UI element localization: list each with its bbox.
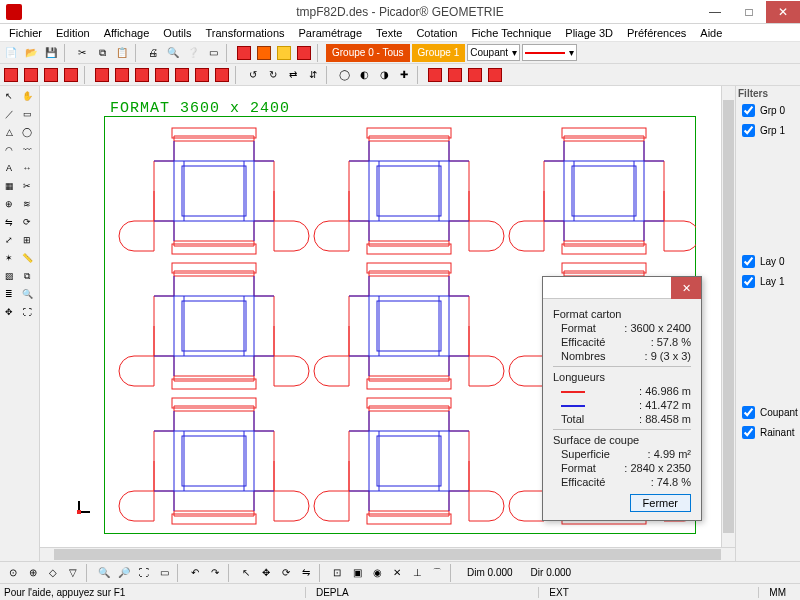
curve-icon[interactable]: 〰 bbox=[19, 142, 35, 158]
tool-icon[interactable] bbox=[133, 66, 151, 84]
per-icon[interactable]: ⊥ bbox=[408, 564, 426, 582]
select-icon[interactable]: ↖ bbox=[1, 88, 17, 104]
hatch-icon[interactable]: ▨ bbox=[1, 268, 17, 284]
fill-icon[interactable]: ▦ bbox=[1, 178, 17, 194]
menu-parametrage[interactable]: Paramétrage bbox=[292, 26, 370, 40]
tool-icon[interactable] bbox=[62, 66, 80, 84]
tb-preview-icon[interactable]: 🔍 bbox=[164, 44, 182, 62]
tb-help-icon[interactable]: ❔ bbox=[184, 44, 202, 62]
tan-icon[interactable]: ⌒ bbox=[428, 564, 446, 582]
menu-edition[interactable]: Edition bbox=[49, 26, 97, 40]
tb-grid-a-icon[interactable] bbox=[235, 44, 253, 62]
tool-icon[interactable] bbox=[93, 66, 111, 84]
rotate-icon[interactable]: ⟳ bbox=[19, 214, 35, 230]
rect-icon[interactable]: ▭ bbox=[19, 106, 35, 122]
snap-icon[interactable]: ▽ bbox=[64, 564, 82, 582]
rot-icon[interactable]: ⟳ bbox=[277, 564, 295, 582]
tb-new-icon[interactable]: 📄 bbox=[2, 44, 20, 62]
close-button[interactable]: ✕ bbox=[766, 1, 800, 23]
tool-icon[interactable] bbox=[486, 66, 504, 84]
scale-icon[interactable]: ⤢ bbox=[1, 232, 17, 248]
tool-icon[interactable] bbox=[113, 66, 131, 84]
filter-lay1[interactable]: Lay 1 bbox=[738, 272, 798, 291]
tool-icon[interactable] bbox=[42, 66, 60, 84]
tool-icon[interactable] bbox=[193, 66, 211, 84]
maximize-button[interactable]: □ bbox=[732, 1, 766, 23]
tool-icon[interactable]: ✚ bbox=[395, 66, 413, 84]
tb-grid-d-icon[interactable] bbox=[295, 44, 313, 62]
ctr-icon[interactable]: ◉ bbox=[368, 564, 386, 582]
redo-icon[interactable]: ↷ bbox=[206, 564, 224, 582]
poly-icon[interactable]: △ bbox=[1, 124, 17, 140]
tool-icon[interactable] bbox=[153, 66, 171, 84]
menu-transformations[interactable]: Transformations bbox=[198, 26, 291, 40]
tool-icon[interactable] bbox=[213, 66, 231, 84]
filter-lay0[interactable]: Lay 0 bbox=[738, 252, 798, 271]
menu-affichage[interactable]: Affichage bbox=[97, 26, 157, 40]
menu-fichier[interactable]: Fichier bbox=[2, 26, 49, 40]
filter-grp0[interactable]: Grp 0 bbox=[738, 101, 798, 120]
sel-icon[interactable]: ↖ bbox=[237, 564, 255, 582]
h-scrollbar[interactable] bbox=[40, 547, 735, 561]
trim-icon[interactable]: ✂ bbox=[19, 178, 35, 194]
tb-paste-icon[interactable]: 📋 bbox=[113, 44, 131, 62]
tool-icon[interactable] bbox=[2, 66, 20, 84]
tb-copy-icon[interactable]: ⧉ bbox=[93, 44, 111, 62]
menu-pliage3d[interactable]: Pliage 3D bbox=[558, 26, 620, 40]
mir-icon[interactable]: ⇋ bbox=[297, 564, 315, 582]
canvas[interactable]: FORMAT 3600 x 2400 bbox=[40, 86, 735, 561]
move-icon[interactable]: ✥ bbox=[257, 564, 275, 582]
line-icon[interactable]: ／ bbox=[1, 106, 17, 122]
tool-icon[interactable]: ⇵ bbox=[304, 66, 322, 84]
zoomout-icon[interactable]: 🔎 bbox=[115, 564, 133, 582]
tool-icon[interactable]: ◯ bbox=[335, 66, 353, 84]
linetype-combo[interactable]: Coupant▾ bbox=[467, 44, 520, 61]
array-icon[interactable]: ⊞ bbox=[19, 232, 35, 248]
tb-print-icon[interactable]: 🖨 bbox=[144, 44, 162, 62]
dim-icon[interactable]: ↔ bbox=[19, 160, 35, 176]
zoomin-icon[interactable]: 🔍 bbox=[95, 564, 113, 582]
snap-icon[interactable]: ◇ bbox=[44, 564, 62, 582]
tool-icon[interactable] bbox=[426, 66, 444, 84]
menu-preferences[interactable]: Préférences bbox=[620, 26, 693, 40]
tool-icon[interactable] bbox=[173, 66, 191, 84]
dialog-close-button[interactable]: ✕ bbox=[671, 277, 701, 299]
tool-icon[interactable]: ↺ bbox=[244, 66, 262, 84]
tool-icon[interactable]: ◑ bbox=[375, 66, 393, 84]
offset-icon[interactable]: ≋ bbox=[19, 196, 35, 212]
tb-save-icon[interactable]: 💾 bbox=[42, 44, 60, 62]
tool-icon[interactable] bbox=[22, 66, 40, 84]
snap-icon[interactable]: ⊕ bbox=[24, 564, 42, 582]
tb-open-icon[interactable]: 📂 bbox=[22, 44, 40, 62]
snap-icon[interactable]: ⊙ bbox=[4, 564, 22, 582]
minimize-button[interactable]: — bbox=[698, 1, 732, 23]
group1-button[interactable]: Groupe 1 bbox=[412, 44, 466, 62]
filter-rainant[interactable]: Rainant bbox=[738, 423, 798, 442]
mirror-icon[interactable]: ⇋ bbox=[1, 214, 17, 230]
text-icon[interactable]: A bbox=[1, 160, 17, 176]
menu-aide[interactable]: Aide bbox=[693, 26, 729, 40]
linecolor-combo[interactable]: ▾ bbox=[522, 44, 577, 61]
tool-icon[interactable]: ◐ bbox=[355, 66, 373, 84]
explode-icon[interactable]: ✶ bbox=[1, 250, 17, 266]
menu-outils[interactable]: Outils bbox=[156, 26, 198, 40]
tb-cut-icon[interactable]: ✂ bbox=[73, 44, 91, 62]
tb-sheet-icon[interactable]: ▭ bbox=[204, 44, 222, 62]
tool-icon[interactable] bbox=[466, 66, 484, 84]
tb-grid-b-icon[interactable] bbox=[255, 44, 273, 62]
group-icon[interactable]: ⧉ bbox=[19, 268, 35, 284]
fit-icon[interactable]: ⛶ bbox=[19, 304, 35, 320]
hand-icon[interactable]: ✋ bbox=[19, 88, 35, 104]
join-icon[interactable]: ⊕ bbox=[1, 196, 17, 212]
menu-fichetech[interactable]: Fiche Technique bbox=[464, 26, 558, 40]
tool-icon[interactable]: ⇄ bbox=[284, 66, 302, 84]
group0-button[interactable]: Groupe 0 - Tous bbox=[326, 44, 410, 62]
close-dialog-button[interactable]: Fermer bbox=[630, 494, 691, 512]
filter-coupant[interactable]: Coupant bbox=[738, 403, 798, 422]
mid-icon[interactable]: ▣ bbox=[348, 564, 366, 582]
arc-icon[interactable]: ◠ bbox=[1, 142, 17, 158]
layer-icon[interactable]: ≣ bbox=[1, 286, 17, 302]
tool-icon[interactable] bbox=[446, 66, 464, 84]
zoom-icon[interactable]: 🔍 bbox=[19, 286, 35, 302]
v-scrollbar[interactable] bbox=[721, 86, 735, 547]
